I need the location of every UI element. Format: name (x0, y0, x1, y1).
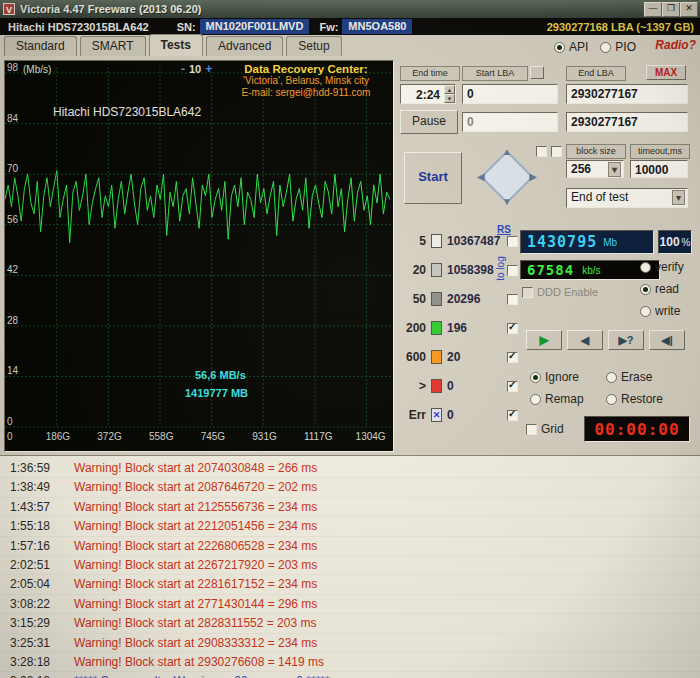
log-time: 1:38:49 (10, 478, 66, 496)
latency-log-checkbox[interactable] (507, 352, 518, 363)
end-time-label: End time (400, 66, 460, 81)
pad-up-icon[interactable]: ▲ (502, 147, 512, 157)
spin-down-icon[interactable]: ▼ (444, 94, 455, 103)
jump-forward-button[interactable]: ▶? (608, 330, 644, 350)
tab-smart[interactable]: SMART (80, 36, 146, 56)
latency-log-checkbox[interactable] (507, 410, 518, 421)
grid-option[interactable]: Grid (526, 422, 564, 436)
log-time: 1:55:18 (10, 517, 66, 535)
jump-backward-button[interactable]: ◀| (649, 330, 685, 350)
latency-row: 60020 (400, 346, 518, 368)
transport-buttons: ▶◀▶?◀| (526, 330, 685, 350)
scale-value: 10 (189, 63, 201, 75)
pio-mode-radio[interactable]: PIO (600, 38, 636, 56)
log-entry: 2:05:04Warning! Block start at 228161715… (0, 575, 700, 594)
latency-histogram: 510367487201058398502029620019660020>0Er… (400, 230, 518, 433)
graph-drive-label: Hitachi HDS723015BLA642 (53, 105, 201, 119)
latency-log-checkbox[interactable] (507, 236, 518, 247)
start-lba-field[interactable]: 0 (462, 84, 558, 104)
latency-row: Err✕0 (400, 404, 518, 426)
radio-label: Ignore (545, 370, 579, 384)
tab-tests[interactable]: Tests (149, 34, 203, 56)
log-message: Warning! Block start at 2267217920 = 203… (74, 558, 317, 572)
scan-backward-button[interactable]: ◀ (567, 330, 603, 350)
log-time: 2:02:51 (10, 556, 66, 574)
spin-up-icon[interactable]: ▲ (444, 85, 455, 94)
latency-log-checkbox[interactable] (507, 265, 518, 276)
latency-log-checkbox[interactable] (507, 381, 518, 392)
radio-icon (606, 372, 617, 383)
latency-threshold-label: Err (400, 408, 426, 422)
latency-log-checkbox[interactable] (507, 323, 518, 334)
latency-log-checkbox[interactable] (507, 294, 518, 305)
latency-row: >0 (400, 375, 518, 397)
scale-plus-button[interactable]: + (205, 63, 212, 75)
svg-text:1304G: 1304G (356, 431, 386, 442)
radio-icon (606, 394, 617, 405)
end-lba-field[interactable]: 2930277167 (566, 84, 688, 104)
option-checkbox-1[interactable] (536, 146, 547, 157)
log-message: Warning! Block start at 2226806528 = 234… (74, 539, 317, 553)
start-button[interactable]: Start (404, 152, 462, 204)
current-lba-field[interactable]: 0 (462, 112, 558, 132)
end-lba-field-2[interactable]: 2930277167 (566, 112, 688, 132)
lba-mini-button[interactable] (530, 66, 544, 79)
tab-standard[interactable]: Standard (4, 36, 77, 56)
latency-count: 20 (447, 350, 507, 364)
latency-color-block (431, 234, 442, 248)
timer-value: 00:00:00 (594, 420, 679, 439)
mode-verify-radio[interactable]: verify (640, 258, 684, 276)
grid-checkbox[interactable] (526, 424, 537, 435)
latency-color-block (431, 321, 442, 335)
latency-row: 201058398 (400, 259, 518, 281)
svg-text:931G: 931G (252, 431, 277, 442)
svg-text:28: 28 (7, 315, 19, 326)
svg-text:745G: 745G (201, 431, 226, 442)
tab-setup[interactable]: Setup (286, 36, 341, 56)
action-ignore-radio[interactable]: Ignore (530, 368, 606, 386)
maximize-button[interactable]: ❐ (662, 2, 680, 17)
tests-tab-panel: 9884705642281400186G372G558G745G931G1117… (0, 56, 700, 455)
title-bar[interactable]: V Victoria 4.47 Freeware (2013 06.20) — … (0, 0, 700, 18)
event-log[interactable]: 1:36:59Warning! Block start at 207403084… (0, 455, 700, 678)
action-remap-radio[interactable]: Remap (530, 390, 606, 408)
tab-advanced[interactable]: Advanced (206, 36, 283, 56)
ddd-enable-option[interactable]: DDD Enable (522, 286, 598, 298)
svg-text:14: 14 (7, 365, 19, 376)
api-mode-radio[interactable]: API (554, 38, 588, 56)
end-of-test-select[interactable]: End of test (566, 188, 688, 208)
pad-left-icon[interactable]: ◀ (477, 172, 485, 182)
log-entry: 3:15:29Warning! Block start at 282831155… (0, 614, 700, 633)
option-checkbox-2[interactable] (551, 146, 562, 157)
log-entry: 3:28:18***** Scan results: Warnings - 20… (0, 672, 700, 678)
log-time: 3:08:22 (10, 595, 66, 613)
pause-button[interactable]: Pause (400, 110, 458, 134)
scale-minus-button[interactable]: - (181, 63, 185, 75)
drive-info-bar: Hitachi HDS723015BLA642 SN: MN1020F001LM… (0, 18, 700, 35)
ddd-enable-label: DDD Enable (537, 286, 598, 298)
ddd-enable-checkbox[interactable] (522, 287, 533, 298)
banner-email: E-mail: sergei@hdd-911.com (221, 87, 391, 99)
log-message: Warning! Block start at 2087646720 = 202… (74, 480, 317, 494)
svg-text:558G: 558G (149, 431, 174, 442)
spinner-arrows: ▲ ▼ (444, 85, 455, 103)
end-time-spinner[interactable]: 2:24 ▲ ▼ (400, 84, 456, 104)
max-lba-button[interactable]: MAX (646, 65, 686, 80)
svg-text:70: 70 (7, 163, 19, 174)
mode-write-radio[interactable]: write (640, 302, 684, 320)
scan-forward-button[interactable]: ▶ (526, 330, 562, 350)
speed-graph-panel: 9884705642281400186G372G558G745G931G1117… (4, 60, 394, 452)
api-label: API (569, 40, 588, 54)
close-button[interactable]: ✕ (680, 2, 698, 17)
graph-scale-control: - 10 + (181, 63, 212, 75)
total-mb-value: 1430795 (527, 233, 597, 251)
minimize-button[interactable]: — (644, 2, 662, 17)
svg-text:0: 0 (7, 416, 13, 427)
pad-down-icon[interactable]: ▼ (502, 197, 512, 207)
timeout-field[interactable]: 10000 (630, 160, 688, 178)
action-restore-radio[interactable]: Restore (606, 390, 682, 408)
action-erase-radio[interactable]: Erase (606, 368, 682, 386)
pad-right-icon[interactable]: ▶ (529, 172, 537, 182)
block-size-select[interactable]: 256 (566, 160, 624, 178)
mode-read-radio[interactable]: read (640, 280, 684, 298)
